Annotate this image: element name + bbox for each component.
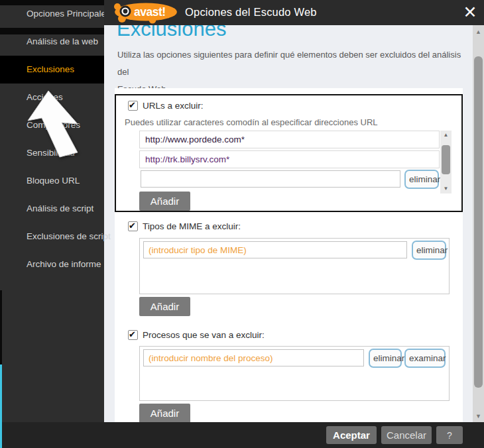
urls-checkbox[interactable]: ✔ [128, 101, 138, 111]
urls-checkbox-row: ✔ URLs a excluir: [128, 101, 204, 111]
url-list-scrollbar[interactable]: ▲ ▼ [440, 131, 452, 194]
checkmark-icon: ✔ [129, 221, 136, 231]
sidebar-item-analisis-script[interactable]: Análisis de script [0, 195, 104, 223]
process-remove-button[interactable]: eliminar [369, 349, 402, 368]
mime-checkbox[interactable]: ✔ [128, 221, 138, 231]
underlying-window-edge-cyan [0, 364, 2, 448]
url-list-scrollbar-thumb[interactable] [442, 145, 450, 174]
url-new-entry-input[interactable] [141, 170, 400, 188]
url-entry-row[interactable]: http://www.pordede.com* [139, 131, 440, 148]
urls-label: URLs a excluir: [143, 101, 204, 111]
sidebar-item-exclusiones[interactable]: Exclusiones [0, 56, 104, 84]
cancel-button[interactable]: Cancelar [381, 426, 432, 444]
sidebar-item-compresores[interactable]: Compresores [0, 111, 104, 139]
sidebar-item-analisis-web[interactable]: Análisis de la web [0, 28, 104, 56]
scroll-up-icon[interactable]: ▲ [473, 27, 484, 37]
sidebar-item-archivo-informe[interactable]: Archivo de informe [0, 251, 104, 278]
mime-checkbox-row: ✔ Tipos de MIME a excluir: [128, 221, 241, 231]
process-entry-input[interactable] [143, 349, 364, 366]
dialog-header: avast! Opciones del Escudo Web ✕ [104, 0, 484, 25]
close-icon[interactable]: ✕ [461, 3, 479, 21]
dialog-title: Opciones del Escudo Web [185, 6, 317, 19]
page-description-line1: Utiliza las opciones siguientes para def… [117, 46, 462, 81]
scroll-down-icon[interactable]: ▼ [473, 411, 484, 421]
url-remove-button[interactable]: eliminar [404, 170, 439, 189]
settings-content: Exclusiones Utiliza las opciones siguien… [104, 25, 473, 422]
checkmark-icon: ✔ [129, 100, 136, 110]
sidebar-item-bloqueo-url[interactable]: Bloqueo URL [0, 167, 104, 195]
mime-entry-input[interactable] [143, 241, 407, 258]
process-checkbox[interactable]: ✔ [128, 330, 138, 340]
settings-window: Opciones Principales Análisis de la web … [0, 0, 484, 448]
settings-sidebar: Opciones Principales Análisis de la web … [0, 0, 104, 422]
url-entry-row[interactable]: http://trk.billysrv.com* [139, 150, 440, 168]
process-list-box: eliminar examinar [139, 346, 450, 401]
mime-add-button[interactable]: Añadir [139, 297, 190, 316]
sidebar-item-sensibilidad[interactable]: Sensibilidad [0, 139, 104, 167]
underlying-window-edge [0, 290, 2, 364]
mime-list-box: eliminar [139, 238, 450, 294]
avast-logo-icon: avast! [111, 1, 180, 25]
checkmark-icon: ✔ [129, 329, 136, 339]
main-scrollbar-thumb[interactable] [474, 56, 483, 388]
svg-text:avast!: avast! [134, 5, 166, 19]
process-label: Procesos que se van a excluir: [143, 330, 265, 340]
sidebar-item-exclusiones-script[interactable]: Exclusiones de script [0, 223, 104, 251]
mime-remove-button[interactable]: eliminar [412, 241, 446, 260]
urls-exclusion-group: ✔ URLs a excluir: Puedes utilizar caract… [115, 94, 463, 212]
urls-hint: Puedes utilizar caracteres comodín al es… [125, 117, 378, 127]
help-button[interactable]: ? [436, 426, 463, 444]
scroll-up-icon[interactable]: ▲ [440, 131, 452, 140]
sidebar-item-opciones-principales[interactable]: Opciones Principales [0, 0, 104, 28]
url-add-button[interactable]: Añadir [139, 192, 190, 211]
main-scrollbar[interactable]: ▲ ▼ [473, 25, 484, 422]
dialog-footer: Aceptar Cancelar ? [0, 422, 484, 448]
accept-button[interactable]: Aceptar [326, 426, 377, 444]
page-title: Exclusiones [117, 25, 226, 41]
process-add-button[interactable]: Añadir [139, 404, 190, 422]
mime-label: Tipos de MIME a excluir: [143, 221, 241, 231]
scroll-down-icon[interactable]: ▼ [440, 184, 452, 194]
sidebar-item-acciones[interactable]: Acciones [0, 84, 104, 111]
process-browse-button[interactable]: examinar [404, 349, 446, 368]
process-checkbox-row: ✔ Procesos que se van a excluir: [128, 330, 265, 340]
